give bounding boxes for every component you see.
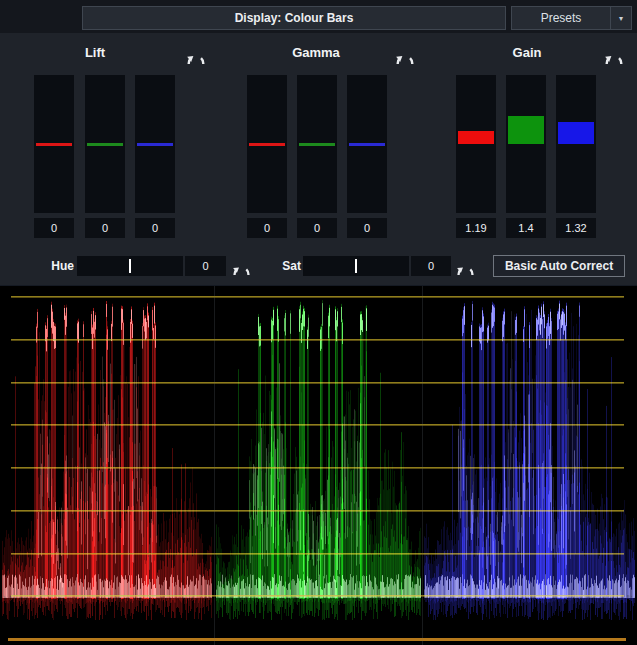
presets-button[interactable]: Presets (512, 7, 610, 29)
presets-dropdown-button[interactable]: ▾ (610, 7, 631, 29)
hue-value[interactable]: 0 (185, 256, 226, 276)
sat-label: Sat (265, 259, 301, 273)
colour-correction-panel: Display: Colour Bars Presets ▾ Lift Gamm… (0, 0, 637, 645)
gain-reset-button[interactable] (603, 42, 625, 64)
slider-handle (137, 143, 173, 146)
hue-reset-button[interactable] (231, 254, 252, 275)
slider-handle (87, 143, 123, 146)
lift-blue-value[interactable]: 0 (135, 218, 175, 238)
gamma-section-label: Gamma (281, 45, 351, 60)
lift-green-slider[interactable] (85, 75, 125, 213)
gamma-blue-value[interactable]: 0 (347, 218, 387, 238)
hue-slider[interactable] (77, 256, 183, 276)
gamma-blue-slider[interactable] (347, 75, 387, 213)
slider-handle (508, 116, 544, 144)
sat-slider[interactable] (303, 256, 409, 276)
gamma-reset-button[interactable] (394, 42, 416, 64)
sat-value[interactable]: 0 (411, 256, 451, 276)
gain-green-value[interactable]: 1.4 (506, 218, 546, 238)
reset-arrow-icon (455, 254, 476, 275)
sat-reset-button[interactable] (455, 254, 476, 275)
sat-slider-tick (355, 259, 357, 273)
reset-arrow-icon (394, 42, 416, 64)
gamma-green-slider[interactable] (297, 75, 337, 213)
gain-red-value[interactable]: 1.19 (456, 218, 496, 238)
slider-handle (249, 143, 285, 146)
gain-red-slider[interactable] (456, 75, 496, 213)
chevron-down-icon: ▾ (619, 14, 623, 23)
gain-blue-slider[interactable] (556, 75, 596, 213)
slider-handle (36, 143, 72, 146)
gain-green-slider[interactable] (506, 75, 546, 213)
gamma-red-slider[interactable] (247, 75, 287, 213)
lift-blue-slider[interactable] (135, 75, 175, 213)
lift-section-label: Lift (60, 45, 130, 60)
reset-arrow-icon (185, 42, 207, 64)
hue-label: Hue (38, 259, 74, 273)
controls-area: Display: Colour Bars Presets ▾ Lift Gamm… (0, 0, 637, 285)
lift-reset-button[interactable] (185, 42, 207, 64)
basic-auto-correct-button[interactable]: Basic Auto Correct (493, 255, 625, 277)
lift-red-value[interactable]: 0 (34, 218, 74, 238)
lift-green-value[interactable]: 0 (85, 218, 125, 238)
gamma-red-value[interactable]: 0 (247, 218, 287, 238)
rgb-parade-waveform (0, 285, 637, 645)
gamma-green-value[interactable]: 0 (297, 218, 337, 238)
slider-handle (349, 143, 385, 146)
presets-split-button: Presets ▾ (511, 6, 632, 30)
slider-handle (458, 131, 494, 144)
gain-section-label: Gain (492, 45, 562, 60)
reset-arrow-icon (231, 254, 252, 275)
slider-handle (558, 122, 594, 144)
reset-arrow-icon (603, 42, 625, 64)
lift-red-slider[interactable] (34, 75, 74, 213)
slider-handle (299, 143, 335, 146)
hue-slider-tick (129, 259, 131, 273)
display-colour-bars-button[interactable]: Display: Colour Bars (82, 6, 506, 30)
gain-blue-value[interactable]: 1.32 (556, 218, 596, 238)
